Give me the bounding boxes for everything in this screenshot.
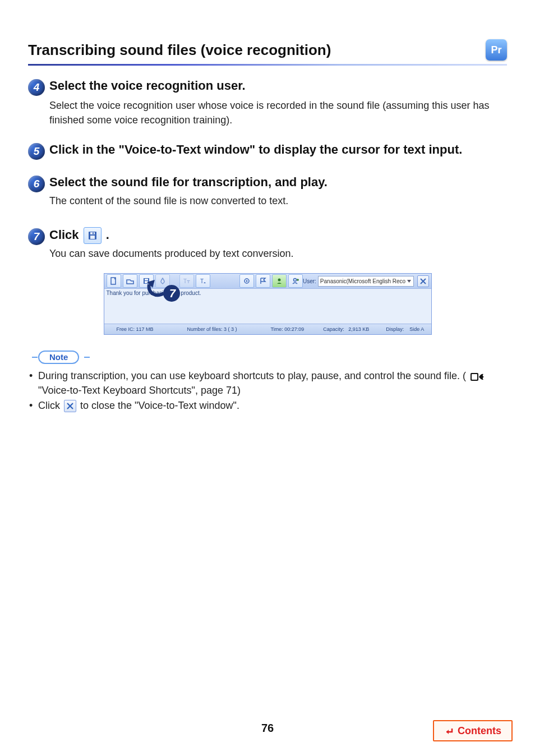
flag-icon[interactable] [256, 274, 270, 288]
user-label: User: [303, 278, 316, 284]
step-4-heading: Select the voice recognition user. [49, 78, 246, 96]
open-icon[interactable] [123, 274, 137, 288]
step-7-head-prefix: Click [49, 228, 82, 242]
pr-badge-label: Pr [491, 44, 501, 56]
voice-to-text-screenshot: Tᴛ T [104, 273, 432, 335]
svg-rect-6 [145, 281, 148, 283]
step-7-heading: Click . [49, 227, 109, 245]
new-doc-icon[interactable] [107, 274, 121, 288]
step-7: 7 Click . [28, 227, 507, 245]
save-toolbar-icon[interactable] [139, 274, 154, 288]
contents-label: Contents [458, 725, 501, 737]
step-4: 4 Select the voice recognition user. [28, 78, 507, 96]
gear-icon[interactable] [239, 274, 254, 288]
svg-point-12 [278, 279, 280, 282]
title-row: Transcribing sound files (voice recognit… [28, 39, 507, 61]
svg-rect-7 [145, 279, 148, 280]
note-2-suffix: to close the "Voice-to-Text window". [80, 400, 239, 411]
profile-green-icon[interactable] [272, 274, 287, 288]
note-1-prefix: During transcription, you can use keyboa… [38, 370, 466, 381]
status-disp: Display: Side A [386, 326, 424, 332]
step-7-bullet-icon: 7 [28, 228, 45, 245]
step-7-head-suffix: . [106, 228, 109, 242]
note-section: Note During transcription, you can use k… [28, 351, 507, 412]
return-icon [444, 725, 455, 736]
step-6-heading: Select the sound file for transcription,… [49, 174, 328, 192]
close-inline-icon [64, 400, 76, 412]
step-4-bullet-icon: 4 [28, 79, 45, 96]
step-7-number: 7 [34, 231, 40, 243]
voice-to-text-window: Tᴛ T [104, 273, 432, 335]
svg-text:T: T [200, 278, 204, 284]
reference-icon [470, 372, 485, 382]
step-5: 5 Click in the "Voice-to-Text window" to… [28, 142, 507, 160]
chevron-down-icon [407, 279, 412, 284]
step-7-body: You can save documents produced by text … [49, 246, 507, 261]
note-2-prefix: Click [38, 400, 63, 411]
step-5-heading: Click in the "Voice-to-Text window" to d… [49, 142, 462, 160]
drop-icon[interactable] [155, 274, 170, 288]
font-size-icon[interactable]: T [196, 274, 210, 288]
step-5-bullet-icon: 5 [28, 143, 45, 160]
pr-badge-icon: Pr [486, 39, 507, 61]
toolbar: Tᴛ T [104, 274, 431, 289]
step-4-body: Select the voice recognition user whose … [49, 98, 507, 127]
step-6-number: 6 [34, 178, 40, 190]
note-pill: Note [38, 351, 79, 364]
user-select-value: Panasonic(Microsoft English Reco [320, 278, 405, 284]
svg-text:Tᴛ: Tᴛ [183, 278, 190, 284]
svg-rect-3 [93, 233, 94, 234]
step-4-number: 4 [34, 81, 40, 94]
save-icon [84, 227, 102, 244]
toolbar-group-settings [239, 274, 303, 288]
page-title: Transcribing sound files (voice recognit… [28, 42, 331, 59]
font-icon[interactable]: Tᴛ [179, 274, 194, 288]
step-5-number: 5 [34, 145, 40, 158]
note-list: During transcription, you can use keyboa… [28, 368, 507, 412]
svg-rect-17 [472, 374, 477, 380]
close-icon[interactable] [417, 275, 428, 287]
status-bar: Free IC: 117 MB Number of files: 3 ( 3 )… [104, 324, 431, 334]
voice-to-text-textarea[interactable]: Thank you for purchasing our product. 7 [104, 289, 431, 324]
svg-point-13 [293, 279, 296, 282]
toolbar-group-file [107, 274, 170, 288]
status-files: Number of files: 3 ( 3 ) [187, 326, 237, 332]
note-label: Note [49, 352, 68, 362]
step-6-bullet-icon: 6 [28, 176, 45, 192]
profile-add-icon[interactable] [288, 274, 303, 288]
svg-rect-1 [90, 236, 95, 239]
page: Transcribing sound files (voice recognit… [0, 0, 535, 756]
step-6-body: The content of the sound file is now con… [49, 193, 507, 208]
note-item-1: During transcription, you can use keyboa… [28, 368, 507, 398]
step-6: 6 Select the sound file for transcriptio… [28, 174, 507, 192]
note-item-2: Click to close the "Voice-to-Text window… [28, 398, 507, 413]
contents-button[interactable]: Contents [433, 720, 513, 741]
svg-point-11 [246, 280, 247, 282]
title-rule [28, 64, 507, 66]
status-free: Free IC: 117 MB [117, 326, 154, 332]
note-1-link[interactable]: "Voice-to-Text Keyboard Shortcuts", page… [38, 385, 241, 396]
user-select[interactable]: Panasonic(Microsoft English Reco [318, 276, 414, 287]
status-cap: Capacity: 2,913 KB [323, 326, 369, 332]
transcribed-text: Thank you for purchasing our product. [107, 290, 201, 296]
status-time: Time: 00:27:09 [271, 326, 305, 332]
toolbar-group-font: Tᴛ T [179, 274, 210, 288]
